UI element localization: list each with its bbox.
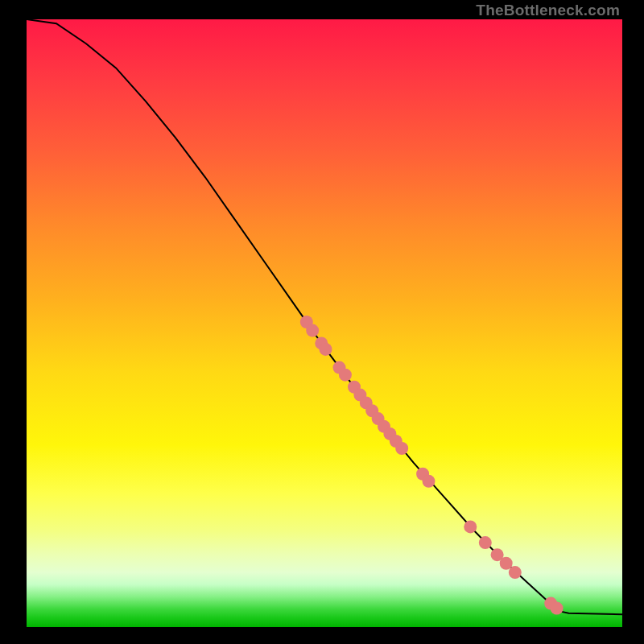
curve-path [27, 19, 622, 614]
data-dot [509, 566, 522, 579]
data-dot [551, 602, 564, 615]
data-dots [300, 316, 564, 615]
curve-line [27, 19, 622, 614]
chart-svg [27, 19, 622, 627]
data-dot [339, 369, 352, 382]
plot-area [27, 19, 622, 627]
data-dot [306, 324, 319, 337]
data-dot [319, 343, 332, 356]
chart-frame: TheBottleneck.com [0, 0, 644, 644]
attribution-label: TheBottleneck.com [476, 2, 620, 19]
data-dot [395, 442, 408, 455]
data-dot [423, 475, 436, 488]
data-dot [464, 520, 477, 533]
data-dot [479, 536, 492, 549]
